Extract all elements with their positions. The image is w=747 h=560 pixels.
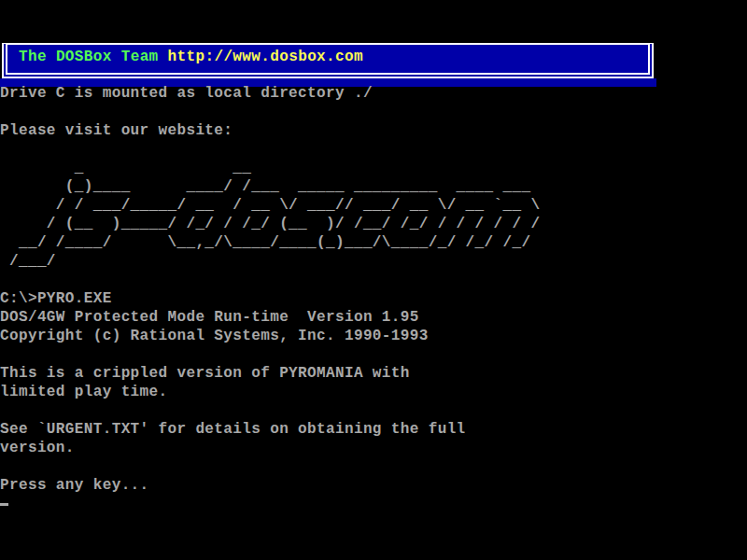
blank-line [0, 103, 540, 121]
copyright-line: Copyright (c) Rational Systems, Inc. 199… [0, 327, 540, 345]
ascii-logo-line: (_)____ ____/ /___ _____ _________ ____ … [0, 177, 540, 196]
dosbox-url-label: http://www.dosbox.com [168, 49, 363, 65]
ascii-logo-line: / / ___/_____/ __ / __ \/ ___// ___/ __ … [0, 196, 540, 215]
urgent-notice: See `URGENT.TXT' for details on obtainin… [0, 420, 540, 439]
blank-line [0, 345, 540, 364]
title-spacer [159, 49, 168, 65]
mount-message: Drive C is mounted as local directory ./ [0, 84, 540, 103]
blank-line [0, 140, 540, 159]
dos4gw-banner-line: DOS/4GW Protected Mode Run-time Version … [0, 308, 540, 327]
ascii-logo-line: /___/ [0, 252, 540, 271]
blank-line [0, 457, 540, 476]
dosbox-banner-title: The DOSBox Team http://www.dosbox.com [7, 45, 648, 66]
crippled-notice: limited play time. [0, 383, 540, 401]
prompt-command: C:\>PYRO.EXE [0, 289, 540, 308]
dosbox-banner-box: The DOSBox Team http://www.dosbox.com [2, 43, 654, 78]
blank-line [0, 271, 540, 289]
console-output: Drive C is mounted as local directory ./… [0, 84, 540, 495]
ascii-logo-line: _ __ [0, 159, 540, 177]
ascii-logo-line: / (__ )_____/ /_/ / /_/ (__ )/ /__/ /_/ … [0, 215, 540, 233]
blank-line [0, 401, 540, 420]
press-any-key: Press any key... [0, 476, 540, 495]
ascii-logo-line: __/ /____/ \__,_/\____/____(_)___/\____/… [0, 233, 540, 252]
dosbox-team-label: The DOSBox Team [19, 49, 159, 65]
crippled-notice: This is a crippled version of PYROMANIA … [0, 364, 540, 383]
dos-screen[interactable]: The DOSBox Team http://www.dosbox.com Dr… [0, 0, 747, 560]
urgent-notice: version. [0, 439, 540, 457]
website-message: Please visit our website: [0, 121, 540, 140]
text-cursor [0, 503, 8, 506]
